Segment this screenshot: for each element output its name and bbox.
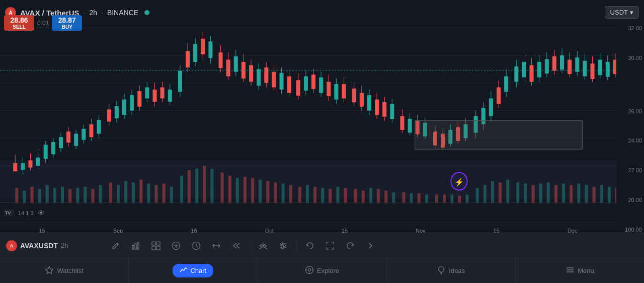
symbol-info: A AVAXUSDT 2h — [6, 240, 107, 251]
svg-rect-151 — [568, 60, 572, 75]
indicators-tool[interactable] — [147, 237, 165, 255]
svg-rect-180 — [124, 181, 127, 204]
svg-rect-97 — [352, 89, 356, 102]
add-tool[interactable] — [167, 237, 185, 255]
price-label-100: 100.00 — [618, 227, 642, 233]
svg-rect-192 — [221, 172, 224, 204]
sell-price: 28.86 — [8, 16, 30, 24]
svg-rect-21 — [51, 142, 55, 154]
chart-type-tool[interactable] — [127, 237, 145, 255]
sell-label: SELL — [8, 24, 30, 30]
svg-rect-49 — [160, 87, 165, 98]
svg-rect-200 — [282, 183, 285, 204]
svg-rect-247 — [132, 245, 134, 249]
svg-rect-252 — [152, 246, 155, 250]
svg-rect-184 — [154, 185, 157, 204]
svg-rect-15 — [28, 160, 32, 167]
settings-tool[interactable] — [274, 237, 292, 255]
svg-point-267 — [308, 269, 310, 271]
currency-selector[interactable]: USDT ▾ — [605, 6, 639, 19]
svg-rect-61 — [208, 41, 212, 58]
svg-rect-170 — [46, 185, 49, 204]
nav-chart[interactable]: Chart — [129, 258, 258, 283]
svg-rect-41 — [130, 95, 134, 111]
svg-rect-201 — [289, 185, 292, 204]
svg-rect-226 — [491, 181, 494, 204]
online-indicator — [144, 10, 149, 15]
svg-rect-248 — [135, 244, 136, 249]
svg-rect-19 — [44, 145, 48, 159]
svg-rect-11 — [13, 163, 17, 171]
svg-rect-253 — [156, 246, 160, 250]
svg-rect-153 — [575, 57, 579, 72]
svg-rect-139 — [522, 62, 526, 78]
svg-rect-99 — [360, 93, 364, 106]
tradingview-logo: TV — [4, 209, 14, 217]
undo-tool[interactable] — [301, 237, 319, 255]
svg-rect-27 — [74, 134, 78, 146]
rewind-tool[interactable] — [227, 237, 246, 255]
compare-tool[interactable] — [207, 237, 225, 255]
svg-rect-197 — [259, 180, 262, 204]
svg-rect-147 — [552, 56, 556, 71]
svg-rect-13 — [21, 163, 25, 170]
svg-rect-190 — [203, 166, 206, 204]
svg-rect-179 — [117, 185, 120, 204]
svg-rect-175 — [84, 187, 87, 204]
svg-rect-236 — [570, 185, 573, 204]
svg-rect-89 — [319, 78, 323, 93]
svg-rect-191 — [210, 169, 213, 204]
svg-rect-251 — [156, 242, 160, 245]
svg-rect-168 — [30, 187, 33, 204]
toolbar-panel: A AVAXUSDT 2h — [0, 233, 644, 258]
svg-rect-143 — [537, 62, 541, 78]
svg-rect-203 — [306, 185, 309, 204]
svg-rect-73 — [257, 69, 261, 86]
svg-rect-33 — [97, 120, 101, 133]
price-label-24: 24.00 — [618, 137, 642, 144]
svg-rect-241 — [608, 187, 611, 204]
svg-rect-230 — [524, 183, 527, 204]
separator2 — [296, 241, 297, 251]
svg-rect-207 — [336, 187, 339, 204]
svg-rect-93 — [334, 84, 338, 100]
more-tool[interactable] — [361, 237, 379, 255]
draw-tool[interactable] — [107, 237, 125, 255]
nav-watchlist[interactable]: Watchlist — [0, 258, 129, 283]
svg-rect-189 — [195, 169, 198, 204]
price-scale: 32.00 30.00 26.00 24.00 22.00 20.00 100.… — [616, 0, 644, 238]
buy-sell-row: 28.86 SELL 0.01 28.87 BUY — [4, 15, 82, 31]
symbol-logo: A — [6, 240, 17, 251]
svg-rect-185 — [163, 183, 166, 204]
svg-rect-51 — [168, 90, 172, 102]
nav-explore[interactable]: Explore — [258, 258, 386, 283]
svg-rect-77 — [272, 72, 276, 88]
chevron-down-icon: ▾ — [630, 9, 633, 16]
replay-tool[interactable] — [187, 237, 205, 255]
chart-label: Chart — [190, 267, 206, 274]
svg-rect-165 — [415, 120, 583, 149]
svg-rect-227 — [499, 182, 502, 204]
sell-button[interactable]: 28.86 SELL — [4, 15, 34, 31]
eye-icon[interactable]: 👁 — [38, 209, 45, 217]
svg-rect-81 — [287, 76, 291, 93]
nav-ideas[interactable]: Ideas — [387, 258, 516, 283]
svg-rect-228 — [506, 180, 509, 204]
fullscreen-tool[interactable] — [321, 237, 339, 255]
interval: 2h — [89, 9, 97, 17]
spread-value: 0.01 — [37, 20, 49, 27]
svg-rect-235 — [562, 183, 565, 204]
buy-button[interactable]: 28.87 BUY — [52, 15, 82, 31]
svg-rect-25 — [66, 131, 70, 143]
price-label-32: 32.00 — [618, 25, 642, 31]
svg-rect-75 — [264, 67, 268, 83]
svg-rect-196 — [251, 178, 254, 204]
nav-menu[interactable]: Menu — [516, 258, 644, 283]
svg-rect-250 — [152, 242, 155, 245]
svg-rect-240 — [600, 185, 603, 204]
svg-rect-194 — [236, 178, 239, 204]
svg-rect-23 — [59, 137, 63, 148]
svg-rect-39 — [122, 100, 126, 115]
layers-tool[interactable] — [254, 237, 272, 255]
redo-tool[interactable] — [341, 237, 359, 255]
